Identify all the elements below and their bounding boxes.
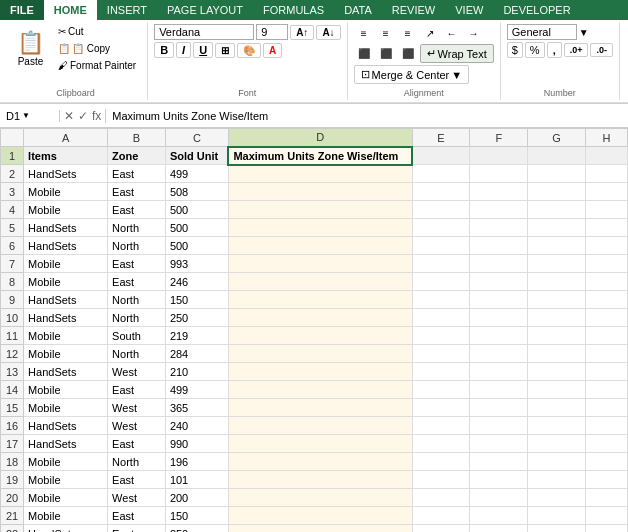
increase-font-button[interactable]: A↑ xyxy=(290,25,314,40)
row-header-10[interactable]: 10 xyxy=(1,309,24,327)
cell-13-A[interactable]: HandSets xyxy=(24,363,108,381)
cell-2-B[interactable]: East xyxy=(108,165,166,183)
row-header-17[interactable]: 17 xyxy=(1,435,24,453)
cell-17-D[interactable] xyxy=(228,435,412,453)
cell-1-H[interactable] xyxy=(585,147,627,165)
bold-button[interactable]: B xyxy=(154,42,174,58)
cell-9-H[interactable] xyxy=(585,291,627,309)
cell-22-B[interactable]: East xyxy=(108,525,166,533)
cell-3-D[interactable] xyxy=(228,183,412,201)
insert-function-icon[interactable]: fx xyxy=(92,109,101,123)
cell-4-A[interactable]: Mobile xyxy=(24,201,108,219)
cell-9-A[interactable]: HandSets xyxy=(24,291,108,309)
col-header-h[interactable]: H xyxy=(585,129,627,147)
cell-1-E[interactable] xyxy=(412,147,470,165)
cell-11-G[interactable] xyxy=(528,327,586,345)
cell-10-E[interactable] xyxy=(412,309,470,327)
row-header-18[interactable]: 18 xyxy=(1,453,24,471)
tab-insert[interactable]: INSERT xyxy=(97,0,157,20)
align-center-button[interactable]: ⬛ xyxy=(376,45,396,63)
cell-14-B[interactable]: East xyxy=(108,381,166,399)
font-name-input[interactable] xyxy=(154,24,254,40)
cell-1-D[interactable]: Maximum Units Zone Wise/Item xyxy=(228,147,412,165)
cell-2-G[interactable] xyxy=(528,165,586,183)
cell-14-E[interactable] xyxy=(412,381,470,399)
cell-16-F[interactable] xyxy=(470,417,528,435)
tab-home[interactable]: HOME xyxy=(44,0,97,20)
cell-8-G[interactable] xyxy=(528,273,586,291)
cell-16-A[interactable]: HandSets xyxy=(24,417,108,435)
cell-15-B[interactable]: West xyxy=(108,399,166,417)
cell-12-G[interactable] xyxy=(528,345,586,363)
row-header-3[interactable]: 3 xyxy=(1,183,24,201)
cell-16-G[interactable] xyxy=(528,417,586,435)
row-header-22[interactable]: 22 xyxy=(1,525,24,533)
cell-8-A[interactable]: Mobile xyxy=(24,273,108,291)
cell-4-B[interactable]: East xyxy=(108,201,166,219)
cell-7-B[interactable]: East xyxy=(108,255,166,273)
col-header-e[interactable]: E xyxy=(412,129,470,147)
cell-22-G[interactable] xyxy=(528,525,586,533)
cell-21-F[interactable] xyxy=(470,507,528,525)
cell-20-C[interactable]: 200 xyxy=(165,489,228,507)
cell-8-B[interactable]: East xyxy=(108,273,166,291)
cell-20-B[interactable]: West xyxy=(108,489,166,507)
cell-11-C[interactable]: 219 xyxy=(165,327,228,345)
cell-4-G[interactable] xyxy=(528,201,586,219)
align-top-center-button[interactable]: ≡ xyxy=(376,24,396,42)
cell-19-G[interactable] xyxy=(528,471,586,489)
cell-2-D[interactable] xyxy=(228,165,412,183)
cell-18-D[interactable] xyxy=(228,453,412,471)
cell-1-B[interactable]: Zone xyxy=(108,147,166,165)
cell-17-F[interactable] xyxy=(470,435,528,453)
cell-22-C[interactable]: 250 xyxy=(165,525,228,533)
cell-11-D[interactable] xyxy=(228,327,412,345)
row-header-16[interactable]: 16 xyxy=(1,417,24,435)
cell-12-F[interactable] xyxy=(470,345,528,363)
tab-developer[interactable]: DEVELOPER xyxy=(493,0,580,20)
cell-15-F[interactable] xyxy=(470,399,528,417)
paste-button[interactable]: 📋 Paste xyxy=(10,27,51,70)
cell-18-H[interactable] xyxy=(585,453,627,471)
cell-15-G[interactable] xyxy=(528,399,586,417)
cell-22-D[interactable] xyxy=(228,525,412,533)
cell-3-A[interactable]: Mobile xyxy=(24,183,108,201)
cell-11-A[interactable]: Mobile xyxy=(24,327,108,345)
cell-15-D[interactable] xyxy=(228,399,412,417)
row-header-5[interactable]: 5 xyxy=(1,219,24,237)
decrease-font-button[interactable]: A↓ xyxy=(316,25,340,40)
cell-4-C[interactable]: 500 xyxy=(165,201,228,219)
tab-data[interactable]: DATA xyxy=(334,0,382,20)
cell-3-G[interactable] xyxy=(528,183,586,201)
row-header-6[interactable]: 6 xyxy=(1,237,24,255)
cell-14-H[interactable] xyxy=(585,381,627,399)
cell-21-A[interactable]: Mobile xyxy=(24,507,108,525)
row-header-11[interactable]: 11 xyxy=(1,327,24,345)
font-color-button[interactable]: A xyxy=(263,43,282,58)
cell-18-A[interactable]: Mobile xyxy=(24,453,108,471)
cell-18-C[interactable]: 196 xyxy=(165,453,228,471)
cell-6-F[interactable] xyxy=(470,237,528,255)
cell-12-H[interactable] xyxy=(585,345,627,363)
wrap-text-button[interactable]: ↵ Wrap Text xyxy=(420,44,494,63)
row-header-1[interactable]: 1 xyxy=(1,147,24,165)
tab-review[interactable]: REVIEW xyxy=(382,0,445,20)
cell-8-F[interactable] xyxy=(470,273,528,291)
cell-15-A[interactable]: Mobile xyxy=(24,399,108,417)
cell-19-H[interactable] xyxy=(585,471,627,489)
cell-21-E[interactable] xyxy=(412,507,470,525)
cell-10-G[interactable] xyxy=(528,309,586,327)
cell-19-B[interactable]: East xyxy=(108,471,166,489)
copy-button[interactable]: 📋 📋 Copy xyxy=(53,41,141,56)
cell-10-F[interactable] xyxy=(470,309,528,327)
cell-7-A[interactable]: Mobile xyxy=(24,255,108,273)
dollar-button[interactable]: $ xyxy=(507,42,523,58)
cell-11-E[interactable] xyxy=(412,327,470,345)
cell-2-A[interactable]: HandSets xyxy=(24,165,108,183)
cell-8-D[interactable] xyxy=(228,273,412,291)
row-header-4[interactable]: 4 xyxy=(1,201,24,219)
cell-13-F[interactable] xyxy=(470,363,528,381)
cell-14-D[interactable] xyxy=(228,381,412,399)
cell-5-F[interactable] xyxy=(470,219,528,237)
row-header-2[interactable]: 2 xyxy=(1,165,24,183)
